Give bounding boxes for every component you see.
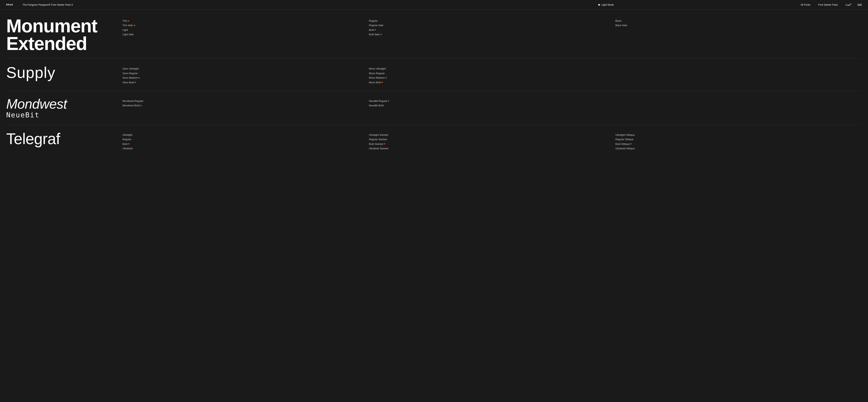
variant-label: Bold Slanted (369, 142, 383, 146)
variant-black[interactable]: Black (615, 19, 862, 23)
variant-label: Mono Medium (369, 75, 385, 80)
variant-dot (135, 82, 136, 83)
variant-label: Thin (122, 19, 127, 23)
main-content: Monument Extended Thin Thin Italic Light… (0, 11, 868, 157)
cart-label: Cart (845, 3, 850, 6)
variant-dot (128, 143, 129, 144)
variant-dot (630, 143, 631, 144)
variant-mono-ultralight[interactable]: Mono Ultralight (369, 66, 615, 71)
variant-ultrabold-oblique[interactable]: Ultrabold Oblique (615, 146, 862, 150)
variant-sans-bold[interactable]: Sans Bold (122, 80, 369, 85)
variant-label: Regular (122, 137, 131, 141)
variant-regular-oblique[interactable]: Regular Oblique (615, 137, 862, 141)
font-display-name-telegraf[interactable]: Telegraf (6, 131, 122, 146)
variant-light-italic[interactable]: Light Italic (122, 32, 369, 37)
variant-label: Ultralight (122, 133, 132, 137)
variant-label: Thin Italic (122, 23, 133, 28)
mode-toggle[interactable]: Light Mode (411, 3, 801, 6)
variant-label: Ultralight Slanted (369, 133, 388, 137)
variant-label: Mono Ultralight (369, 66, 386, 71)
font-starter-pack-link[interactable]: Font Starter Pack (818, 3, 838, 6)
variant-label: Ultralight Oblique (615, 133, 635, 137)
variant-thin-italic[interactable]: Thin Italic (122, 23, 369, 28)
variant-label: Sans Regular (122, 71, 138, 75)
variant-mono-medium[interactable]: Mono Medium (369, 75, 615, 80)
variant-label: Mondwest Bold (122, 103, 140, 108)
variant-label: Bold Oblique (615, 142, 630, 146)
font-variants-col1-monument: Thin Thin Italic Light Light Italic (122, 17, 369, 37)
variant-label: Sans Bold (122, 80, 134, 85)
variant-label: Ultrabold Oblique (615, 146, 635, 150)
variant-sans-ultralight[interactable]: Sans Ultralight (122, 66, 369, 71)
variant-mondwest-regular[interactable]: Mondwest Regular (122, 99, 369, 103)
font-row-monument: Monument Extended Thin Thin Italic Light… (6, 11, 862, 59)
variant-bold[interactable]: Bold (369, 28, 615, 32)
variant-bold-slanted[interactable]: Bold Slanted (369, 142, 615, 146)
variant-neuebit-regular[interactable]: NeueBit Regular (369, 99, 615, 103)
site-logo[interactable]: PP●F (6, 3, 13, 6)
font-variants-col2-monument: Regular Regular Italic Bold Bold Italic (369, 17, 615, 37)
variant-label: Regular (369, 19, 378, 23)
font-display-name-supply[interactable]: Supply (6, 65, 122, 80)
variant-dot (384, 143, 385, 144)
variant-sans-medium[interactable]: Sans Medium (122, 75, 369, 80)
variant-bold-oblique[interactable]: Bold Oblique (615, 142, 862, 146)
variant-regular-italic[interactable]: Regular Italic (369, 23, 615, 28)
font-variants-col3-mondwest (615, 97, 862, 99)
font-row-telegraf: Telegraf Ultralight Regular Bold Ultrabo… (6, 125, 862, 157)
variant-label: Mono Bold (369, 80, 381, 85)
variant-dot (134, 25, 135, 26)
variant-dot (141, 105, 142, 106)
hamburger-menu[interactable] (858, 4, 862, 6)
font-variants-col2-mondwest: NeueBit Regular NeueBit Bold (369, 97, 615, 108)
variant-mondwest-bold[interactable]: Mondwest Bold (122, 103, 369, 108)
font-variants-col1-mondwest: Mondwest Regular Mondwest Bold (122, 97, 369, 108)
font-variants-col3-monument: Black Black Italic (615, 17, 862, 28)
variant-label: Regular Oblique (615, 137, 633, 141)
variant-ultrabold[interactable]: Ultrabold (122, 146, 369, 150)
variant-bold-italic[interactable]: Bold Italic (369, 32, 615, 37)
cart-button[interactable]: Cart0 (845, 3, 851, 6)
variant-label: Regular Slanted (369, 137, 387, 141)
variant-bold[interactable]: Bold (122, 142, 369, 146)
variant-black-italic[interactable]: Black Italic (615, 23, 862, 28)
variant-label: Black Italic (615, 23, 627, 28)
variant-label: Light (122, 28, 128, 32)
variant-regular[interactable]: Regular (369, 19, 615, 23)
font-display-name-monument[interactable]: Monument Extended (6, 17, 122, 52)
variant-label: Light Italic (122, 32, 134, 37)
variant-dot (382, 82, 383, 83)
font-row-supply: Supply Sans Ultralight Sans Regular Sans… (6, 59, 862, 91)
variant-regular-slanted[interactable]: Regular Slanted (369, 137, 615, 141)
variant-ultralight[interactable]: Ultralight (122, 133, 369, 137)
variant-label: Sans Medium (122, 75, 138, 80)
variant-mono-regular[interactable]: Mono Regular (369, 71, 615, 75)
variant-label: Ultrabold (122, 146, 132, 150)
font-display-name-mondwest[interactable]: Mondwest (6, 97, 122, 111)
menu-line-bottom (858, 5, 862, 6)
font-variants-col3-supply (615, 65, 862, 66)
menu-line-top (858, 4, 862, 4)
mode-indicator-dot (598, 4, 600, 6)
variant-sans-regular[interactable]: Sans Regular (122, 71, 369, 75)
site-header: PP●F The Pangram Pangram® Font Starter P… (0, 0, 868, 10)
variant-ultralight-oblique[interactable]: Ultralight Oblique (615, 133, 862, 137)
font-display-name-neuebit[interactable]: NeueBit (6, 111, 122, 119)
variant-label: NeueBit Regular (369, 99, 387, 103)
variant-label: Sans Ultralight (122, 66, 139, 71)
variant-ultralight-slanted[interactable]: Ultralight Slanted (369, 133, 615, 137)
variant-label: Mondwest Regular (122, 99, 143, 103)
variant-regular[interactable]: Regular (122, 137, 369, 141)
site-title: The Pangram Pangram® Font Starter Pack 5 (23, 3, 411, 6)
variant-light[interactable]: Light (122, 28, 369, 32)
variant-mono-bold[interactable]: Mono Bold (369, 80, 615, 85)
variant-ultrabold-slanted[interactable]: Ultrabold Slanted (369, 146, 615, 150)
all-fonts-link[interactable]: All Fonts (801, 3, 810, 6)
variant-thin[interactable]: Thin (122, 19, 369, 23)
font-variants-col2-supply: Mono Ultralight Mono Regular Mono Medium… (369, 65, 615, 85)
variant-label: Bold (122, 142, 127, 146)
variant-neuebit-bold[interactable]: NeueBit Bold (369, 103, 615, 108)
mode-label: Light Mode (601, 3, 614, 6)
font-variants-col1-supply: Sans Ultralight Sans Regular Sans Medium… (122, 65, 369, 85)
variant-dot (375, 29, 376, 30)
